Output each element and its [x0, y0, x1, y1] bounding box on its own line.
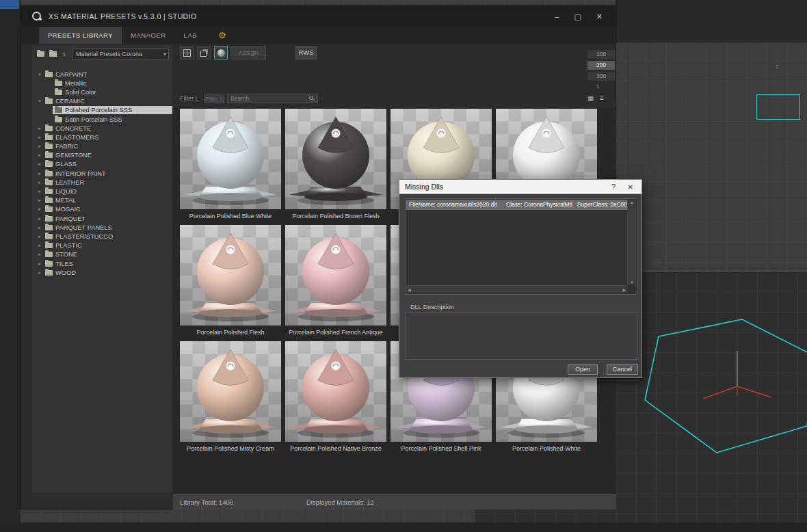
dialog-help-button[interactable]: ? — [611, 180, 616, 194]
tree-item-content: PARQUET PANELS — [43, 224, 172, 232]
material-thumbnail[interactable] — [180, 341, 281, 442]
material-thumbnail[interactable] — [285, 225, 386, 325]
close-button[interactable]: ✕ — [596, 12, 603, 21]
filter-category-input[interactable] — [204, 94, 224, 103]
tree-item[interactable]: ▸PLASTER/STUCCO — [32, 232, 172, 241]
thumbnail-size-200-button[interactable]: 200 — [587, 61, 615, 70]
material-thumbnail[interactable] — [180, 109, 281, 209]
sidebar-toolbar: ↑↓ — [37, 51, 65, 57]
tab-lab[interactable]: LAB — [175, 27, 206, 44]
search-icon — [309, 96, 313, 100]
dialog-close-button[interactable]: ✕ — [628, 180, 633, 194]
grid-view-icon-button[interactable] — [180, 46, 194, 59]
tree-expand-icon[interactable]: ▸ — [36, 171, 43, 176]
tree-item[interactable]: ▸TILES — [32, 259, 172, 268]
settings-gear-icon[interactable]: ⚙ — [218, 27, 226, 44]
tab-manager[interactable]: MANAGER — [122, 27, 175, 44]
tree-expand-icon[interactable]: ▸ — [36, 270, 43, 276]
tree-item[interactable]: ▾CARPAINT — [32, 70, 172, 79]
tree-item[interactable]: ▸PARQUET — [32, 214, 172, 223]
stack-view-icon-button[interactable] — [197, 46, 211, 59]
minimize-button[interactable]: – — [555, 12, 559, 21]
tree-item[interactable]: ▸METAL — [32, 196, 172, 205]
tree-expand-icon[interactable]: ▸ — [36, 180, 43, 185]
tree-item[interactable]: ▸WOOD — [32, 268, 172, 277]
tree-expand-icon[interactable]: ▸ — [36, 234, 43, 239]
tree-expand-icon[interactable]: ▸ — [36, 252, 43, 257]
new-folder-icon[interactable] — [37, 51, 44, 57]
maximize-button[interactable]: ▢ — [574, 12, 581, 21]
tree-expand-icon[interactable]: ▸ — [36, 225, 43, 230]
thumbnail-sort-icon[interactable]: ↑↓ — [596, 83, 599, 90]
tree-item[interactable]: ▸LIQUID — [32, 187, 172, 196]
open-button[interactable]: Open — [568, 364, 598, 375]
scroll-down-icon[interactable]: ▼ — [628, 280, 636, 284]
tree-expand-icon[interactable]: ▸ — [36, 261, 43, 267]
tree-collapse-icon[interactable]: ▾ — [36, 98, 43, 104]
scroll-up-icon[interactable]: ▲ — [628, 200, 636, 204]
tree-item-label: WOOD — [55, 269, 76, 276]
folder-icon — [45, 225, 53, 230]
tree-item[interactable]: ▸GLASS — [32, 160, 172, 169]
rws-button[interactable]: RWS — [295, 46, 317, 59]
assign-button[interactable]: Assign — [230, 46, 266, 59]
tree-item[interactable]: Polished Porcelain SSS — [32, 106, 172, 115]
search-input[interactable] — [228, 94, 307, 103]
tree-item[interactable]: ▸MOSAIC — [32, 205, 172, 214]
list-mode-icon[interactable]: ≡ — [600, 94, 604, 102]
tree-expand-icon[interactable]: ▸ — [36, 126, 43, 131]
tree-item-label: GEMSTONE — [55, 152, 92, 159]
tree-item[interactable]: ▾CERAMIC — [32, 97, 172, 106]
thumbnails-mode-icon[interactable]: ▦ — [587, 94, 594, 102]
missing-dlls-list[interactable]: FileName: coronamaxutils2020.dlt Class: … — [405, 198, 637, 295]
tree-item[interactable]: ▸PARQUET PANELS — [32, 223, 172, 232]
desktop: z XS MATERIAL PRESETS v.5.3.0 | STUDIO –… — [0, 0, 807, 532]
material-thumbnail[interactable] — [180, 225, 281, 325]
sphere-preview-icon-button[interactable] — [214, 46, 228, 59]
tree-expand-icon[interactable]: ▸ — [36, 189, 43, 194]
dialog-titlebar[interactable]: Missing Dlls ? ✕ — [399, 180, 641, 194]
tree-expand-icon[interactable]: ▸ — [36, 161, 43, 167]
thumbnail-size-100-button[interactable]: 100 — [587, 50, 615, 59]
tree-item[interactable]: ▸GEMSTONE — [32, 151, 172, 160]
tree-expand-icon[interactable]: ▸ — [36, 198, 43, 203]
tree-item[interactable]: ▸PLASTIC — [32, 241, 172, 250]
tree-item-label: GLASS — [55, 161, 77, 168]
tree-item[interactable]: ▸CONCRETE — [32, 124, 172, 133]
tree-expand-icon[interactable]: ▸ — [36, 216, 43, 222]
tree-item-content: INTERIOR PAINT — [43, 170, 172, 178]
tree-expand-icon[interactable]: ▸ — [36, 144, 43, 149]
collapse-folders-icon[interactable] — [49, 51, 57, 57]
list-horizontal-scrollbar[interactable]: ◀ ▶ — [406, 285, 627, 293]
host-app-bottom-bar — [0, 522, 807, 532]
tree-item[interactable]: ▸LEATHER — [32, 178, 172, 187]
material-thumbnail[interactable] — [285, 341, 386, 442]
window-titlebar[interactable]: XS MATERIAL PRESETS v.5.3.0 | STUDIO – ▢… — [21, 6, 615, 27]
folder-icon — [55, 90, 62, 95]
tree-item[interactable]: ▸INTERIOR PAINT — [32, 169, 172, 178]
tree-item-label: LEATHER — [55, 179, 84, 186]
tree-expand-icon[interactable]: ▸ — [36, 152, 43, 158]
scroll-left-icon[interactable]: ◀ — [408, 287, 411, 292]
tree-item-label: ELASTOMERS — [55, 134, 98, 141]
sort-icon[interactable]: ↑↓ — [62, 51, 65, 57]
cancel-button[interactable]: Cancel — [607, 364, 638, 375]
tree-item-label: CARPAINT — [55, 71, 87, 78]
tree-item[interactable]: ▸ELASTOMERS — [32, 133, 172, 142]
tree-expand-icon[interactable]: ▸ — [36, 207, 43, 212]
tree-collapse-icon[interactable]: ▾ — [36, 72, 43, 77]
tree-expand-icon[interactable]: ▸ — [36, 135, 43, 140]
tree-item[interactable]: Metallic — [32, 79, 172, 88]
thumbnail-size-300-button[interactable]: 300 — [587, 72, 615, 81]
tree-item[interactable]: ▸FABRIC — [32, 142, 172, 151]
material-thumbnail[interactable] — [285, 109, 386, 209]
tree-item[interactable]: ▸STONE — [32, 250, 172, 259]
scroll-right-icon[interactable]: ▶ — [622, 287, 626, 292]
tree-item[interactable]: Solid Color — [32, 88, 172, 96]
missing-dll-row[interactable]: FileName: coronamaxutils2020.dlt Class: … — [406, 200, 627, 210]
list-vertical-scrollbar[interactable]: ▲ ▼ — [627, 200, 636, 285]
library-dropdown[interactable]: Material Presets Corona ▾ — [72, 49, 169, 60]
tab-presets-library[interactable]: PRESETS LIBRARY — [39, 27, 122, 44]
tree-item[interactable]: Satin Porcelain SSS — [32, 115, 172, 124]
tree-expand-icon[interactable]: ▸ — [36, 243, 43, 248]
